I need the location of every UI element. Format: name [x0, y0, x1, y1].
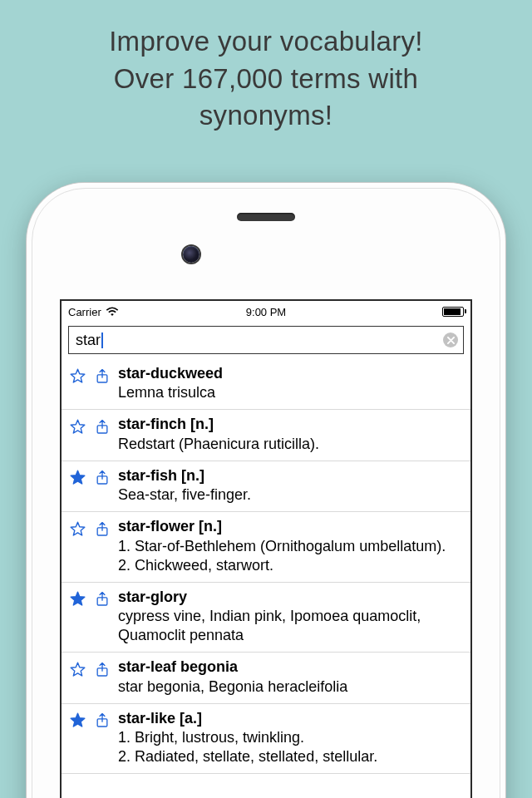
share-icon[interactable] [93, 589, 111, 609]
result-definition: Lemna trisulca [118, 383, 466, 402]
result-definition: Sea-star, five-finger. [118, 485, 466, 505]
promo-line-3: synonyms! [25, 97, 507, 135]
promo-line-2: Over 167,000 terms with [25, 61, 507, 98]
star-outline-icon[interactable] [68, 416, 86, 436]
list-item[interactable]: star-fish [n.]Sea-star, five-finger. [62, 461, 470, 512]
result-title: star-leaf begonia [118, 658, 466, 677]
list-item[interactable]: star-flower [n.]1. Star-of-Bethlehem (Or… [62, 512, 470, 582]
share-icon[interactable] [93, 711, 111, 731]
star-outline-icon[interactable] [68, 659, 86, 679]
list-item[interactable]: star-glorycypress vine, Indian pink, Ipo… [62, 583, 470, 653]
promo-line-1: Improve your vocabulary! [25, 23, 507, 61]
result-definition: Redstart (Phaenicura ruticilla). [118, 435, 466, 454]
status-bar: Carrier 9:00 PM [62, 301, 470, 323]
share-icon[interactable] [93, 468, 111, 488]
result-title: star-like [a.] [118, 709, 466, 728]
star-filled-icon[interactable] [68, 468, 86, 488]
list-item[interactable]: star-leaf begoniastar begonia, Begonia h… [62, 653, 470, 703]
list-item[interactable]: star-duckweedLemna trisulca [62, 359, 470, 410]
results-list: star-duckweedLemna trisulcastar-finch [n… [62, 359, 470, 774]
result-title: star-flower [n.] [118, 517, 466, 536]
list-item[interactable]: star-finch [n.]Redstart (Phaenicura ruti… [62, 410, 470, 461]
app-screen: Carrier 9:00 PM star star-duc [60, 299, 472, 798]
search-box[interactable]: star [68, 326, 464, 354]
promo-headline: Improve your vocabulary! Over 167,000 te… [0, 0, 532, 151]
share-icon[interactable] [93, 416, 111, 436]
result-definition: 1. Bright, lustrous, twinkling. 2. Radia… [118, 728, 466, 766]
result-title: star-duckweed [118, 364, 466, 383]
search-input[interactable]: star [76, 332, 443, 349]
share-icon[interactable] [93, 519, 111, 539]
result-title: star-fish [n.] [118, 466, 466, 485]
star-outline-icon[interactable] [68, 519, 86, 539]
star-filled-icon[interactable] [68, 711, 86, 731]
carrier-label: Carrier [68, 306, 101, 318]
wifi-icon [106, 307, 119, 317]
battery-icon [442, 307, 464, 317]
result-title: star-glory [118, 588, 466, 607]
phone-speaker [237, 213, 295, 221]
share-icon[interactable] [93, 659, 111, 679]
list-item[interactable]: star-like [a.]1. Bright, lustrous, twink… [62, 704, 470, 774]
status-time: 9:00 PM [246, 306, 286, 318]
star-outline-icon[interactable] [68, 366, 86, 386]
share-icon[interactable] [93, 366, 111, 386]
phone-camera [183, 246, 200, 263]
result-title: star-finch [n.] [118, 415, 466, 434]
phone-frame: Carrier 9:00 PM star star-duc [27, 183, 505, 798]
clear-search-button[interactable] [443, 332, 458, 347]
result-definition: star begonia, Begonia heracleifolia [118, 677, 466, 697]
result-definition: 1. Star-of-Bethlehem (Ornithogalum umbel… [118, 537, 466, 575]
result-definition: cypress vine, Indian pink, Ipomoea quamo… [118, 607, 466, 645]
star-filled-icon[interactable] [68, 589, 86, 609]
